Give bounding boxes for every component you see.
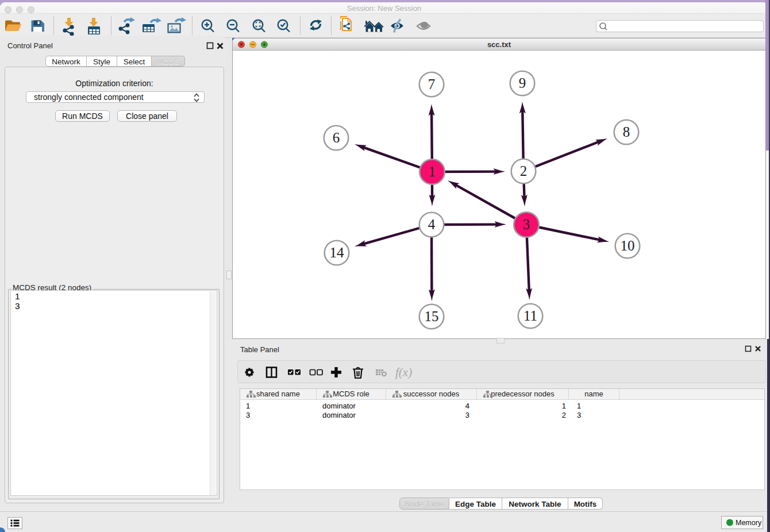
svg-text:4: 4 — [428, 217, 436, 232]
svg-text:f(x): f(x) — [395, 365, 412, 379]
svg-text:15: 15 — [425, 309, 439, 324]
svg-text:3: 3 — [523, 217, 530, 232]
svg-text:Memory: Memory — [736, 519, 762, 527]
svg-text:8: 8 — [623, 124, 630, 140]
svg-text:2: 2 — [520, 163, 528, 179]
svg-text:6: 6 — [333, 130, 340, 145]
svg-text:7: 7 — [428, 76, 436, 92]
svg-text:14: 14 — [330, 245, 345, 260]
svg-text:11: 11 — [523, 308, 537, 323]
svg-text:9: 9 — [519, 75, 526, 91]
svg-text:10: 10 — [621, 238, 635, 253]
svg-text:1: 1 — [429, 164, 436, 179]
